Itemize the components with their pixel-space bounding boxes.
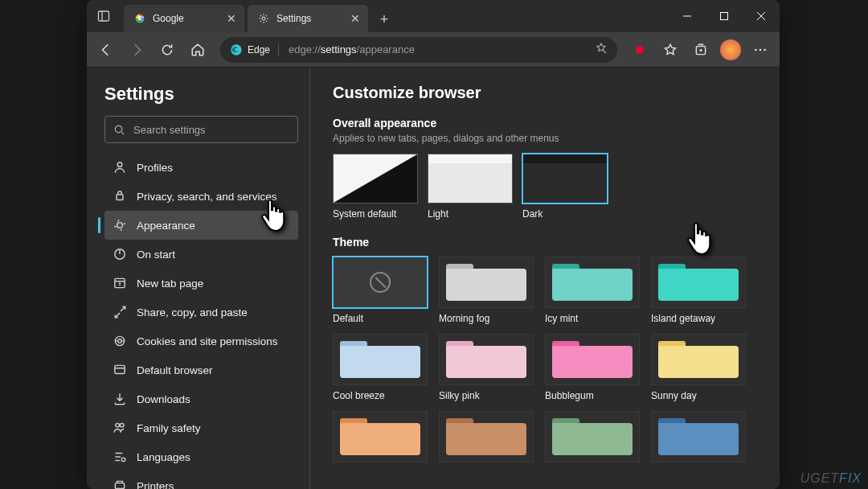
gear-icon (257, 12, 270, 25)
svg-rect-0 (99, 11, 109, 21)
back-button[interactable] (92, 35, 121, 64)
profile-avatar[interactable] (720, 39, 741, 60)
appearance-options: System defaultLightDark (333, 154, 760, 220)
url-text: edge://settings/appearance (289, 43, 415, 55)
svg-point-18 (117, 223, 123, 228)
svg-rect-5 (721, 13, 728, 20)
tab-label: Settings (276, 13, 311, 24)
theme-option[interactable] (333, 411, 428, 462)
svg-rect-29 (115, 483, 124, 489)
theme-option[interactable]: Bubblegum (545, 334, 640, 401)
maximize-button[interactable] (706, 0, 743, 32)
sidebar-item-new-tab-page[interactable]: New tab page (104, 269, 298, 298)
theme-grid: DefaultMorning fogIcy mintIsland getaway… (333, 257, 760, 462)
svg-point-28 (121, 458, 125, 462)
address-bar[interactable]: Edge edge://settings/appearance (220, 37, 617, 63)
sidebar-item-label: New tab page (137, 277, 203, 290)
theme-option[interactable]: Default (333, 257, 428, 324)
tab-actions-icon[interactable] (87, 0, 121, 32)
overall-appearance-label: Overall appearance (333, 117, 760, 129)
theme-label: Icy mint (545, 313, 640, 324)
extension-icon[interactable] (625, 35, 654, 64)
sidebar-item-label: Default browser (137, 364, 213, 376)
sidebar-item-default-browser[interactable]: Default browser (104, 355, 298, 384)
appearance-option-label: Light (428, 208, 513, 220)
sidebar-item-label: Appearance (137, 220, 195, 232)
sidebar-item-downloads[interactable]: Downloads (104, 384, 298, 413)
nav-icon (113, 450, 127, 464)
theme-label: Default (333, 313, 428, 324)
nav-icon (113, 218, 127, 232)
svg-point-16 (117, 162, 122, 167)
sidebar-item-appearance[interactable]: Appearance (104, 211, 298, 240)
site-identity: Edge (230, 43, 282, 56)
forward-button[interactable] (122, 35, 151, 64)
svg-rect-17 (117, 195, 123, 200)
svg-point-12 (760, 48, 762, 51)
theme-label: Bubblegum (545, 390, 640, 401)
theme-option[interactable]: Silky pink (439, 334, 534, 401)
tab-label: Google (153, 13, 184, 24)
home-button[interactable] (183, 35, 212, 64)
theme-label: Silky pink (439, 390, 534, 401)
nav-icon (113, 421, 127, 435)
search-input[interactable]: Search settings (104, 116, 298, 143)
appearance-option-light[interactable]: Light (428, 154, 513, 220)
theme-option[interactable]: Icy mint (545, 257, 640, 324)
theme-option[interactable]: Morning fog (439, 257, 534, 324)
refresh-button[interactable] (153, 35, 182, 64)
svg-point-11 (755, 48, 757, 51)
svg-rect-24 (115, 365, 125, 373)
reading-mode-icon[interactable] (595, 42, 608, 57)
new-tab-button[interactable]: + (371, 6, 397, 32)
theme-label: Theme (333, 236, 760, 249)
theme-option[interactable] (439, 411, 534, 462)
close-button[interactable] (743, 0, 780, 32)
theme-option[interactable]: Cool breeze (333, 334, 428, 401)
browser-window: Google ✕ Settings ✕ + Edg (87, 0, 780, 489)
sidebar-item-label: Privacy, search, and services (137, 191, 277, 203)
close-icon[interactable]: ✕ (227, 12, 236, 25)
overall-appearance-sub: Applies to new tabs, pages, dialogs and … (333, 133, 760, 144)
theme-option[interactable]: Island getaway (651, 257, 746, 324)
appearance-option-sys[interactable]: System default (333, 154, 418, 220)
theme-option[interactable] (651, 411, 746, 462)
sidebar-item-label: Cookies and site permissions (137, 335, 278, 347)
no-theme-icon (370, 272, 391, 293)
theme-option[interactable] (545, 411, 640, 462)
settings-nav: ProfilesPrivacy, search, and servicesApp… (104, 153, 298, 489)
appearance-option-dark[interactable]: Dark (522, 154, 608, 220)
nav-icon (113, 189, 127, 203)
favorites-button[interactable] (656, 35, 685, 64)
tab-settings[interactable]: Settings ✕ (248, 5, 368, 32)
theme-option[interactable]: Sunny day (651, 334, 746, 401)
sidebar-item-family-safety[interactable]: Family safety (104, 413, 298, 442)
collections-button[interactable] (686, 35, 715, 64)
sidebar-item-on-start[interactable]: On start (104, 240, 298, 269)
appearance-option-label: System default (333, 208, 418, 220)
sidebar-item-privacy-search-and-services[interactable]: Privacy, search, and services (104, 182, 298, 211)
theme-label: Island getaway (651, 313, 746, 324)
minimize-button[interactable] (669, 0, 706, 32)
sidebar-item-profiles[interactable]: Profiles (104, 153, 298, 182)
tab-google[interactable]: Google ✕ (124, 5, 244, 32)
sidebar-item-label: Printers (137, 480, 174, 490)
svg-line-9 (604, 51, 606, 53)
menu-button[interactable] (746, 35, 775, 64)
sidebar-item-label: Profiles (137, 162, 173, 174)
sidebar-item-share-copy-and-paste[interactable]: Share, copy, and paste (104, 298, 298, 327)
settings-sidebar: Settings Search settings ProfilesPrivacy… (87, 68, 310, 489)
watermark: UGETFIX (800, 471, 862, 486)
settings-main: Customize browser Overall appearance App… (310, 68, 780, 489)
sidebar-item-label: Downloads (137, 393, 190, 405)
sidebar-item-printers[interactable]: Printers (104, 471, 298, 489)
sidebar-item-cookies-and-site-permissions[interactable]: Cookies and site permissions (104, 327, 298, 355)
svg-point-14 (115, 125, 121, 132)
nav-icon (113, 392, 127, 406)
svg-point-27 (121, 423, 125, 427)
svg-point-13 (764, 48, 766, 51)
sidebar-item-languages[interactable]: Languages (104, 442, 298, 471)
close-icon[interactable]: ✕ (350, 12, 360, 25)
sidebar-item-label: Family safety (137, 422, 201, 434)
nav-icon (113, 247, 127, 261)
